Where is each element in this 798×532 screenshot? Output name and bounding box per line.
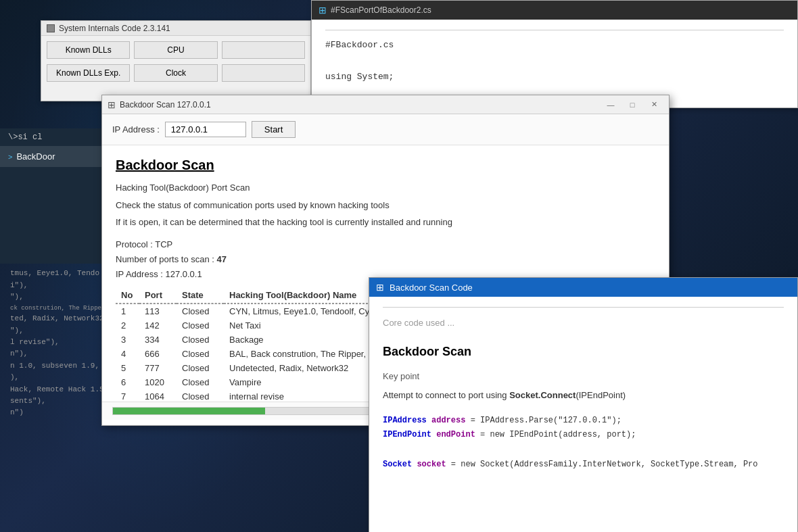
backdoor-scan-titlebar: ⊞ Backdoor Scan 127.0.0.1 — □ ✕: [102, 95, 669, 114]
table-cell-state: Closed: [177, 361, 224, 375]
code-editor-icon: ⊞: [319, 5, 327, 16]
minimize-button[interactable]: —: [601, 97, 620, 112]
table-cell-no: 6: [116, 375, 139, 389]
key-point-before: Attempt to connect to port using: [383, 390, 509, 400]
var-socket: socket: [417, 460, 446, 469]
table-cell-no: 3: [116, 333, 139, 347]
scan-code-title: Backdoor Scan Code: [390, 283, 473, 293]
code-line-1: #FBackdoor.cs: [325, 37, 784, 53]
known-dlls-exp-btn[interactable]: Known DLLs Exp.: [47, 64, 130, 82]
keyword-ipendpoint: IPEndPoint: [383, 430, 431, 439]
key-point-desc: Attempt to connect to port using Socket.…: [383, 388, 784, 403]
known-dlls-btn[interactable]: Known DLLs: [47, 41, 130, 59]
sidebar-arrow-icon: >: [8, 153, 12, 161]
ip-input[interactable]: [165, 122, 246, 137]
cpu-btn[interactable]: CPU: [134, 41, 217, 59]
sidebar-item-label: BackDoor: [16, 151, 55, 162]
code-line-blank2: [383, 443, 784, 458]
backdoor-scan-titlebar-icon: ⊞: [108, 99, 116, 110]
window-controls: — □ ✕: [601, 97, 663, 112]
code-line-ipaddress: IPAddress address = IPAddress.Parse("127…: [383, 414, 784, 429]
scan-code-icon: ⊞: [376, 282, 384, 293]
table-cell-state: Closed: [177, 318, 224, 333]
scan-main-title: Backdoor Scan: [116, 158, 655, 173]
table-cell-no: 5: [116, 361, 139, 375]
col-header-state: State: [177, 287, 224, 304]
code-editor-titlebar: ⊞ #FScanPortOfBackdoor2.cs: [312, 1, 797, 20]
core-code-label: Core code used ...: [383, 316, 784, 331]
col-header-port: Port: [139, 287, 177, 304]
code-line-2: using System;: [325, 69, 784, 84]
start-button[interactable]: Start: [252, 121, 296, 138]
table-cell-no: 4: [116, 347, 139, 361]
progress-bar-fill: [113, 408, 265, 414]
code-rest-3: = new Socket(AddressFamily.InterNetwork,…: [451, 460, 758, 469]
keyword-socket: Socket: [383, 460, 412, 469]
key-point-method: Socket.Connect: [509, 390, 576, 400]
ip-label: IP Address :: [112, 124, 160, 135]
ports-info: Number of ports to scan : 47: [116, 252, 655, 267]
table-cell-port: 666: [139, 347, 177, 361]
keyword-ipaddress: IPAddress: [383, 416, 427, 425]
code-line-socket: Socket socket = new Socket(AddressFamily…: [383, 458, 784, 473]
col-header-no: No: [116, 287, 139, 304]
extra-btn[interactable]: [222, 41, 305, 59]
si-button-row1: Known DLLs CPU: [41, 36, 310, 64]
table-cell-no: 2: [116, 318, 139, 333]
ip-address-row: IP Address : Start: [102, 114, 669, 145]
maximize-button[interactable]: □: [623, 97, 642, 112]
scan-desc2: Check the status of communication ports …: [116, 199, 655, 212]
var-endpoint: endPoint: [436, 430, 475, 439]
key-point-after: (IPEndPoint): [576, 390, 626, 400]
extra-btn2[interactable]: [222, 64, 305, 82]
code-line-ipendpoint: IPEndPoint endPoint = new IPEndPoint(add…: [383, 428, 784, 443]
scan-desc1: Hacking Tool(Backdoor) Port Scan: [116, 181, 655, 195]
table-cell-port: 334: [139, 333, 177, 347]
titlebar-left: ⊞ Backdoor Scan 127.0.0.1: [108, 99, 211, 110]
table-cell-port: 1020: [139, 375, 177, 389]
si-button-row2: Known DLLs Exp. Clock: [41, 64, 310, 82]
clock-btn[interactable]: Clock: [134, 64, 217, 82]
code-editor-window: ⊞ #FScanPortOfBackdoor2.cs #FBackdoor.cs…: [311, 0, 798, 108]
scan-code-body: Core code used ... Backdoor Scan Key poi…: [369, 297, 797, 532]
scan-info-block: Protocol : TCP Number of ports to scan :…: [116, 237, 655, 282]
code-rest-1: = IPAddress.Parse("127.0.0.1");: [471, 416, 621, 425]
system-internals-title: System Internals Code 2.3.141: [59, 24, 170, 33]
sidebar-item-backdoor[interactable]: > BackDoor: [0, 146, 105, 167]
scan-code-window: ⊞ Backdoor Scan Code Core code used ... …: [369, 277, 798, 532]
code-line-blank: [325, 53, 784, 68]
table-cell-no: 7: [116, 389, 139, 402]
code-block: IPAddress address = IPAddress.Parse("127…: [383, 414, 784, 472]
backdoor-scan-titlebar-text: Backdoor Scan 127.0.0.1: [120, 100, 211, 110]
code-editor-body: #FBackdoor.cs using System;: [312, 20, 797, 95]
table-cell-state: Closed: [177, 347, 224, 361]
table-cell-state: Closed: [177, 389, 224, 402]
key-point-label: Key point: [383, 369, 784, 384]
left-sidebar: \>si cl > BackDoor: [0, 128, 105, 264]
table-cell-state: Closed: [177, 304, 224, 318]
scan-desc3: If it is open, it can be determined that…: [116, 216, 655, 229]
scan-code-section-title: Backdoor Scan: [383, 341, 784, 362]
table-cell-port: 142: [139, 318, 177, 333]
code-rest-2: = new IPEndPoint(address, port);: [480, 430, 636, 439]
table-cell-state: Closed: [177, 375, 224, 389]
protocol-info: Protocol : TCP: [116, 237, 655, 252]
table-cell-port: 113: [139, 304, 177, 318]
table-cell-no: 1: [116, 304, 139, 318]
table-cell-state: Closed: [177, 333, 224, 347]
table-cell-port: 777: [139, 361, 177, 375]
system-internals-titlebar: System Internals Code 2.3.141: [41, 21, 310, 36]
var-address: address: [431, 416, 465, 425]
scan-code-divider: [383, 307, 784, 308]
terminal-cmd: \>si cl: [0, 128, 50, 146]
scan-code-titlebar: ⊞ Backdoor Scan Code: [369, 278, 797, 297]
system-internals-icon: [47, 24, 55, 32]
code-editor-title: #FScanPortOfBackdoor2.cs: [331, 5, 431, 15]
table-cell-port: 1064: [139, 389, 177, 402]
close-button[interactable]: ✕: [644, 97, 663, 112]
system-internals-window: System Internals Code 2.3.141 Known DLLs…: [41, 20, 311, 101]
